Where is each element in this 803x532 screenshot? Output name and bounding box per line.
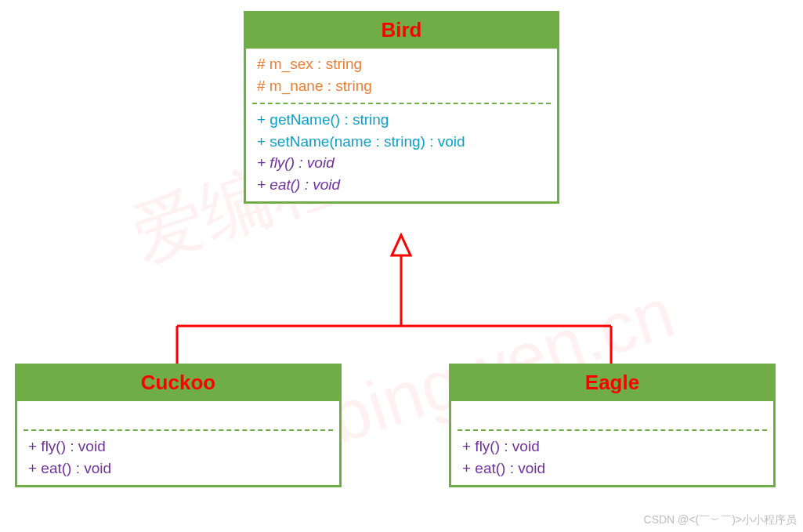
method-row: + eat() : void: [462, 458, 762, 480]
class-methods-bird: + getName() : string + setName(name : st…: [246, 104, 557, 201]
class-box-eagle: Eagle + fly() : void + eat() : void: [449, 364, 776, 487]
method-row: + fly() : void: [28, 436, 328, 458]
class-name-cuckoo: Cuckoo: [17, 366, 339, 401]
method-row-virtual: + eat() : void: [257, 174, 546, 196]
arrowhead-icon: [392, 235, 411, 255]
method-row: + fly() : void: [462, 436, 762, 458]
class-attrs-eagle: [451, 401, 773, 429]
class-box-cuckoo: Cuckoo + fly() : void + eat() : void: [15, 364, 342, 487]
class-box-bird: Bird # m_sex : string # m_nane : string …: [244, 11, 559, 204]
method-row: + setName(name : string) : void: [257, 131, 546, 153]
class-methods-cuckoo: + fly() : void + eat() : void: [17, 431, 339, 485]
method-row: + getName() : string: [257, 109, 546, 131]
attr-row: # m_nane : string: [257, 75, 546, 97]
class-methods-eagle: + fly() : void + eat() : void: [451, 431, 773, 485]
class-name-eagle: Eagle: [451, 366, 773, 401]
attr-row: # m_sex : string: [257, 53, 546, 75]
method-row: + eat() : void: [28, 458, 328, 480]
class-attrs-cuckoo: [17, 401, 339, 429]
class-name-bird: Bird: [246, 13, 557, 49]
class-attrs-bird: # m_sex : string # m_nane : string: [246, 49, 557, 103]
attribution-text: CSDN @<(￣︶￣)>小小程序员: [644, 513, 797, 527]
method-row-virtual: + fly() : void: [257, 152, 546, 174]
